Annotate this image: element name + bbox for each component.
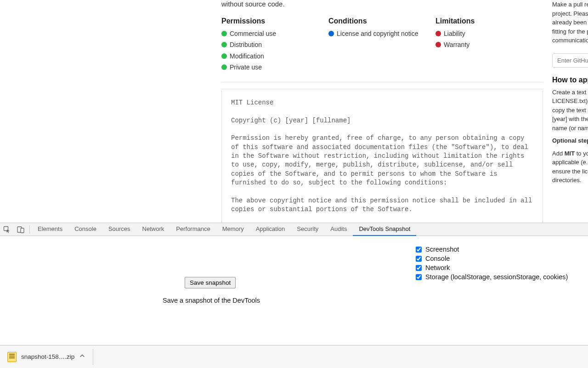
check-console-box[interactable] xyxy=(416,256,422,262)
check-network[interactable]: Network xyxy=(416,264,568,271)
save-snapshot-button[interactable]: Save snapshot xyxy=(185,277,236,288)
devtools-snapshot-panel: Save snapshot Save a snapshot of the Dev… xyxy=(0,236,588,345)
permissions-column: Permissions Commercial use Distribution … xyxy=(221,17,328,74)
limitation-item: Liability xyxy=(435,29,543,38)
svg-rect-2 xyxy=(21,228,24,233)
info-dot-icon xyxy=(328,31,334,36)
tab-security[interactable]: Security xyxy=(291,223,324,236)
download-filename: snapshot-158….zip xyxy=(21,353,74,360)
how-to-text: Create a text file (typically named LICE… xyxy=(552,88,588,133)
limitations-heading: Limitations xyxy=(435,17,543,25)
condition-item: License and copyright notice xyxy=(328,29,435,38)
tab-network[interactable]: Network xyxy=(136,223,170,236)
check-dot-icon xyxy=(221,53,227,59)
check-storage-box[interactable] xyxy=(416,274,422,280)
limitations-column: Limitations Liability Warranty xyxy=(435,17,543,74)
check-console[interactable]: Console xyxy=(416,255,568,262)
check-screenshot[interactable]: Screenshot xyxy=(416,246,568,253)
page-viewport: without source code. Permissions Commerc… xyxy=(0,0,588,223)
repo-url-input[interactable] xyxy=(552,53,588,68)
intro-fragment: without source code. xyxy=(221,0,543,8)
check-dot-icon xyxy=(221,64,227,70)
check-screenshot-box[interactable] xyxy=(416,247,422,253)
sidebar: Make a pull request to suggest this lice… xyxy=(552,0,588,189)
snapshot-description: Save a snapshot of the DevTools xyxy=(163,297,260,304)
check-dot-icon xyxy=(221,42,227,47)
chevron-up-icon[interactable] xyxy=(79,353,85,361)
tab-performance[interactable]: Performance xyxy=(170,223,216,236)
permission-item: Distribution xyxy=(221,40,328,49)
tab-console[interactable]: Console xyxy=(68,223,102,236)
inspect-element-icon[interactable] xyxy=(0,223,14,236)
license-main-column: without source code. Permissions Commerc… xyxy=(221,0,543,223)
zip-file-icon xyxy=(7,352,17,362)
license-text-box: MIT License Copyright (c) [year] [fullna… xyxy=(221,89,543,223)
snapshot-options: Screenshot Console Network Storage (loca… xyxy=(416,246,568,282)
optional-steps-heading: Optional steps xyxy=(552,136,588,145)
download-shelf: snapshot-158….zip xyxy=(0,345,588,368)
tab-elements[interactable]: Elements xyxy=(32,223,68,236)
permission-item: Private use xyxy=(221,63,328,72)
permission-item: Commercial use xyxy=(221,29,328,38)
tab-audits[interactable]: Audits xyxy=(324,223,353,236)
permission-item: Modification xyxy=(221,52,328,61)
devtools: Elements Console Sources Network Perform… xyxy=(0,223,588,345)
tab-devtools-snapshot[interactable]: DevTools Snapshot xyxy=(353,223,416,236)
cross-dot-icon xyxy=(435,31,441,36)
tab-memory[interactable]: Memory xyxy=(216,223,250,236)
sidebar-suggest-text: Make a pull request to suggest this lice… xyxy=(552,0,588,45)
conditions-heading: Conditions xyxy=(328,17,435,25)
tab-sources[interactable]: Sources xyxy=(102,223,136,236)
optional-steps-text: Add MIT to your project's package descri… xyxy=(552,149,588,185)
download-item[interactable]: snapshot-158….zip xyxy=(5,346,98,368)
permissions-heading: Permissions xyxy=(221,17,328,25)
devtools-tabs: Elements Console Sources Network Perform… xyxy=(32,223,416,236)
check-storage[interactable]: Storage (localStorage, sessionStorage, c… xyxy=(416,273,568,281)
limitation-item: Warranty xyxy=(435,40,543,49)
toolbar-separator xyxy=(29,225,30,234)
check-network-box[interactable] xyxy=(416,265,422,271)
conditions-column: Conditions License and copyright notice xyxy=(328,17,435,74)
cross-dot-icon xyxy=(435,42,441,47)
how-to-heading: How to apply this license xyxy=(552,76,588,84)
devtools-toolbar: Elements Console Sources Network Perform… xyxy=(0,223,588,236)
license-attributes: Permissions Commercial use Distribution … xyxy=(221,17,543,74)
device-toolbar-icon[interactable] xyxy=(14,223,28,236)
divider xyxy=(221,82,543,82)
check-dot-icon xyxy=(221,31,227,36)
tab-application[interactable]: Application xyxy=(250,223,291,236)
